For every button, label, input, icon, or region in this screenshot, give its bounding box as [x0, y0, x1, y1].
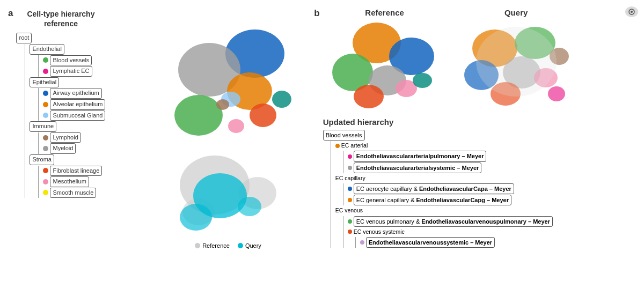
legend-query-label: Query [245, 242, 261, 249]
icon-top-right [623, 3, 641, 21]
airway-node: Airway epithelium [50, 88, 101, 99]
blood-vessels-root: Blood vessels [323, 130, 365, 141]
legend-reference-label: Reference [202, 242, 230, 249]
capillary-general-dot [348, 198, 352, 202]
venous-pulmonary-node: EC venous pulmonary & Endotheliavascular… [354, 216, 553, 227]
capillary-general-node: EC general capillary & Endotheliavascula… [354, 195, 511, 205]
fibroblast-node: Fibroblast lineage [50, 166, 102, 176]
smooth-muscle-dot [43, 190, 48, 195]
venous-systemic-label: EC venous systemic [354, 227, 405, 237]
alveolar-node: Alveolar epithelium [50, 99, 105, 110]
submucosal-dot [43, 113, 48, 118]
query-umap [452, 19, 581, 110]
capillary-aerocyte-dot [348, 187, 352, 191]
panel-b-label: b [314, 8, 319, 19]
svg-point-3 [174, 95, 223, 136]
lymphatic-ec-node: Lymphatic EC [50, 66, 92, 77]
myeloid-dot [43, 146, 48, 151]
ec-capillary-label: EC capillary [335, 174, 365, 183]
panel-a-label: a [8, 8, 13, 19]
umap-query-bottom [150, 147, 301, 239]
venous-systemic-meyer-dot [360, 240, 364, 245]
lymphoid-node: Lymphoid [50, 132, 80, 143]
arterial-systemic-node: Endotheliavasculararterialsystemic – Mey… [354, 162, 482, 173]
lymphoid-dot [43, 135, 48, 141]
ec-venous-label: EC venous [335, 206, 363, 215]
mesothelium-dot [43, 179, 48, 184]
stroma-node: Stroma [30, 154, 54, 165]
ec-arterial-dot [335, 144, 340, 148]
myeloid-node: Myeloid [50, 143, 76, 154]
reference-umap [323, 19, 447, 110]
alveolar-dot [43, 102, 48, 107]
svg-point-5 [228, 119, 244, 133]
updated-hierarchy-title: Updated hierarchy [323, 117, 636, 127]
venous-systemic-dot [348, 230, 352, 234]
blood-vessels-dot [43, 57, 48, 63]
legend-reference-dot [195, 243, 200, 248]
svg-point-30 [476, 27, 557, 97]
svg-point-33 [631, 11, 633, 13]
endothelial-node: Endothelial [30, 44, 64, 55]
svg-point-21 [413, 73, 432, 88]
query-umap-section: Query [452, 8, 581, 112]
airway-dot [43, 91, 48, 96]
venous-systemic-meyer-node: Endotheliavascularvenoussystemic – Meyer [366, 237, 495, 248]
svg-point-29 [548, 86, 565, 101]
submucosal-node: Submucosal Gland [50, 110, 105, 121]
venous-pulmonary-dot [348, 219, 352, 224]
mesothelium-node: Mesothelium [50, 176, 89, 187]
arterial-pulmonary-dot [348, 154, 352, 159]
arterial-systemic-dot [348, 166, 352, 170]
root-node: root [16, 33, 32, 43]
umap-legend: Reference Query [150, 242, 306, 249]
immune-node: Immune [30, 121, 56, 132]
epithelial-node: Epithelial [30, 77, 59, 88]
lymphatic-ec-dot [43, 69, 48, 74]
reference-title: Reference [323, 8, 447, 17]
smooth-muscle-node: Smooth muscle [50, 188, 96, 198]
svg-point-7 [216, 99, 229, 110]
svg-point-4 [250, 104, 276, 127]
query-title: Query [452, 8, 581, 17]
ec-arterial-label: EC arterial [341, 141, 368, 150]
arterial-pulmonary-node: Endotheliavasculararterialpulmonary – Me… [354, 151, 487, 161]
svg-point-19 [354, 85, 384, 108]
svg-point-14 [238, 197, 261, 216]
blood-vessels-node: Blood vessels [50, 55, 92, 66]
cell-type-tree: root Endothelial Blood vessels [16, 33, 105, 198]
umap-reference-top [150, 21, 301, 145]
updated-hierarchy-section: Updated hierarchy Blood vessels EC arter… [323, 117, 636, 248]
svg-point-13 [180, 204, 212, 231]
legend-query-dot [238, 243, 243, 248]
capillary-aerocyte-node: EC aerocyte capillary & Endotheliavascul… [354, 183, 514, 194]
updated-hierarchy-tree: Blood vessels EC arterial [323, 130, 636, 248]
svg-point-8 [272, 91, 291, 108]
fibroblast-dot [43, 168, 48, 173]
hierarchy-title: Cell-type hierarchy reference [16, 9, 105, 28]
reference-umap-section: Reference [323, 8, 447, 112]
